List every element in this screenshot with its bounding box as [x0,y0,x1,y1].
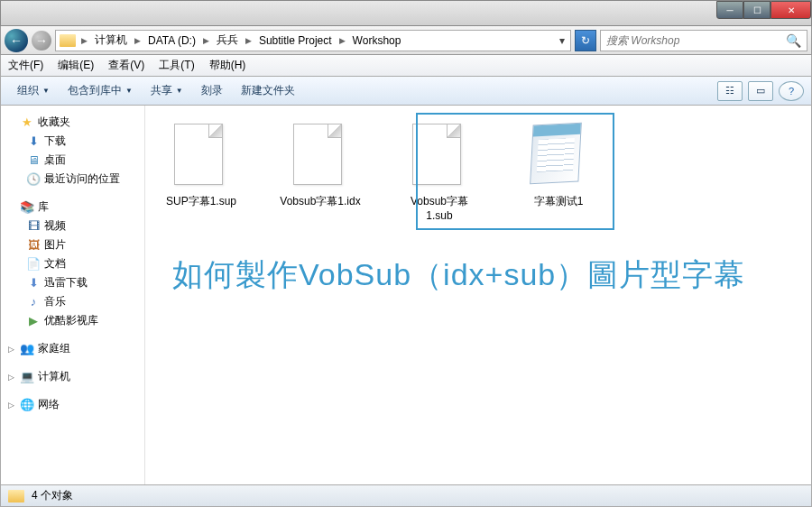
sidebar-item-recent[interactable]: 🕓最近访问的位置 [1,170,144,189]
music-icon: ♪ [26,295,41,309]
file-name: 字幕测试1 [534,194,584,209]
sidebar-computer[interactable]: ▷💻计算机 [1,367,144,386]
menubar: 文件(F) 编辑(E) 查看(V) 工具(T) 帮助(H) [0,55,812,77]
file-item[interactable]: Vobsub字幕1.idx [275,120,365,226]
crumb-folder[interactable]: Subtitle Project [254,31,337,51]
desktop-icon: 🖥 [26,153,41,168]
sidebar-item-music[interactable]: ♪音乐 [1,292,144,311]
file-icon [293,124,342,185]
download-icon: ⬇ [26,134,41,149]
file-item[interactable]: SUP字幕1.sup [156,120,246,226]
video-icon: 🎞 [26,219,41,234]
network-icon: 🌐 [20,398,34,412]
help-button[interactable]: ? [779,81,804,101]
toolbar: 组织▼ 包含到库中▼ 共享▼ 刻录 新建文件夹 ☷ ▭ ? [0,77,812,106]
titlebar: ─ ☐ ✕ [0,0,812,26]
breadcrumb-dropdown[interactable]: ▾ [554,34,570,47]
youku-icon: ▶ [26,314,41,328]
share-button[interactable]: 共享▼ [142,77,192,105]
menu-help[interactable]: 帮助(H) [202,55,254,76]
folder-icon [60,34,76,47]
menu-view[interactable]: 查看(V) [101,55,152,76]
new-folder-button[interactable]: 新建文件夹 [232,77,304,105]
crumb-computer[interactable]: 计算机 [89,31,133,51]
sidebar: ★收藏夹 ⬇下载 🖥桌面 🕓最近访问的位置 📚库 🎞视频 🖼图片 📄文档 ⬇迅雷… [1,106,145,484]
file-icon [412,124,461,185]
organize-button[interactable]: 组织▼ [8,77,59,105]
sidebar-favorites[interactable]: ★收藏夹 [1,113,144,132]
file-name: Vobsub字幕1.idx [280,194,360,209]
close-button[interactable]: ✕ [770,1,811,19]
status-count: 4 个对象 [32,488,73,503]
star-icon: ★ [20,115,34,130]
sidebar-item-videos[interactable]: 🎞视频 [1,217,144,235]
computer-icon: 💻 [20,370,34,384]
view-mode-button[interactable]: ☷ [717,81,743,101]
chevron-right-icon[interactable]: ▶ [133,36,143,45]
file-item[interactable]: 字幕测试1 [513,120,604,226]
crumb-folder[interactable]: 兵兵 [211,31,244,51]
sidebar-item-documents[interactable]: 📄文档 [1,254,144,273]
maximize-button[interactable]: ☐ [743,1,770,19]
search-icon[interactable]: 🔍 [786,33,801,48]
files-grid: SUP字幕1.sup Vobsub字幕1.idx Vobsub字幕1.sub 字… [156,120,800,226]
sidebar-item-desktop[interactable]: 🖥桌面 [1,151,144,170]
documents-icon: 📄 [26,257,41,272]
folder-icon [8,490,24,502]
sidebar-item-pictures[interactable]: 🖼图片 [1,235,144,254]
navbar: ← → ▶ 计算机 ▶ DATA (D:) ▶ 兵兵 ▶ Subtitle Pr… [0,26,812,55]
chevron-right-icon[interactable]: ▶ [244,36,254,45]
menu-tools[interactable]: 工具(T) [152,55,201,76]
sidebar-item-downloads[interactable]: ⬇下载 [1,132,144,151]
file-name: SUP字幕1.sup [166,194,236,209]
breadcrumb[interactable]: ▶ 计算机 ▶ DATA (D:) ▶ 兵兵 ▶ Subtitle Projec… [55,30,571,51]
minimize-button[interactable]: ─ [716,1,743,19]
statusbar: 4 个对象 [0,485,812,507]
notepad-icon [530,123,582,185]
overlay-caption: 如何製作VobSub（idx+sub）圖片型字幕 [172,254,745,296]
pictures-icon: 🖼 [26,238,41,253]
body-area: ★收藏夹 ⬇下载 🖥桌面 🕓最近访问的位置 📚库 🎞视频 🖼图片 📄文档 ⬇迅雷… [0,106,812,485]
search-box[interactable]: 🔍 [600,30,807,51]
sidebar-homegroup[interactable]: ▷👥家庭组 [1,339,144,358]
refresh-button[interactable]: ↻ [575,30,596,51]
file-item[interactable]: Vobsub字幕1.sub [394,120,484,226]
preview-pane-button[interactable]: ▭ [748,81,773,101]
file-name: Vobsub字幕1.sub [398,194,481,222]
burn-button[interactable]: 刻录 [192,77,232,105]
chevron-right-icon[interactable]: ▶ [79,36,89,45]
back-button[interactable]: ← [5,29,28,52]
file-icon [174,124,223,185]
content-pane[interactable]: SUP字幕1.sup Vobsub字幕1.idx Vobsub字幕1.sub 字… [145,106,811,484]
menu-edit[interactable]: 编辑(E) [51,55,101,76]
sidebar-item-xunlei[interactable]: ⬇迅雷下载 [1,273,144,292]
recent-icon: 🕓 [26,172,41,187]
sidebar-network[interactable]: ▷🌐网络 [1,395,144,414]
menu-file[interactable]: 文件(F) [1,55,51,76]
xunlei-icon: ⬇ [26,276,41,290]
window-controls: ─ ☐ ✕ [716,1,811,19]
sidebar-library[interactable]: 📚库 [1,198,144,217]
include-library-button[interactable]: 包含到库中▼ [59,77,142,105]
search-input[interactable] [606,34,786,47]
crumb-folder[interactable]: Workshop [347,31,407,51]
sidebar-item-youku[interactable]: ▶优酷影视库 [1,311,144,330]
chevron-right-icon[interactable]: ▶ [337,36,347,45]
library-icon: 📚 [20,200,34,215]
crumb-drive[interactable]: DATA (D:) [143,31,201,51]
homegroup-icon: 👥 [20,342,34,356]
forward-button[interactable]: → [32,31,51,51]
chevron-right-icon[interactable]: ▶ [201,36,211,45]
